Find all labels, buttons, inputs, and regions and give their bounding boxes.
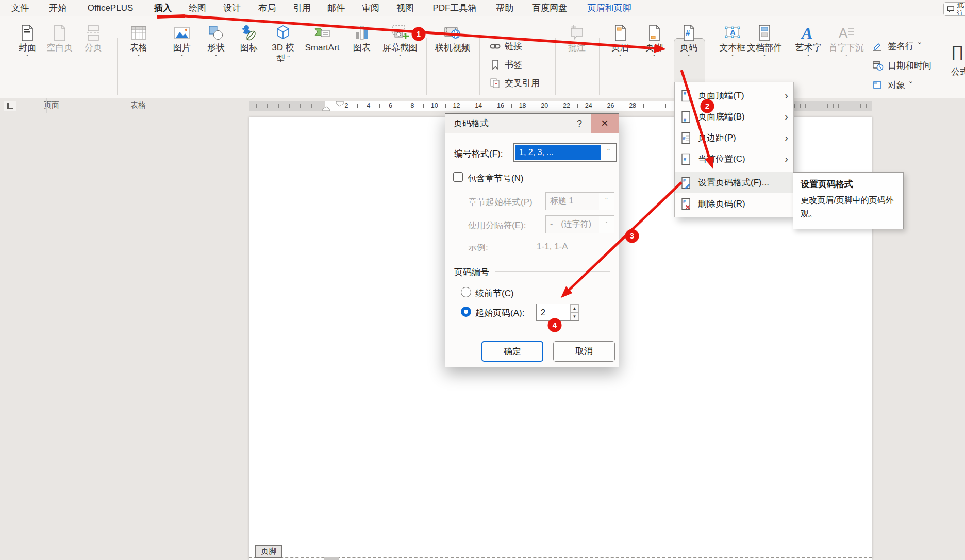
cover-page-icon bbox=[11, 21, 44, 42]
tab-mailings[interactable]: 邮件 bbox=[327, 0, 345, 16]
ruler-tick bbox=[289, 104, 290, 108]
tab-review[interactable]: 审阅 bbox=[362, 0, 379, 16]
link-button[interactable]: 链接 bbox=[490, 40, 522, 52]
page-number-format-dialog: 页码格式 ? × 编号格式(F): 1, 2, 3, ... ˇ 包含章节号(N… bbox=[445, 113, 619, 367]
signature-line-button[interactable]: 签名行 ˇ bbox=[872, 40, 921, 52]
table-button[interactable]: 表格 ˇ bbox=[122, 21, 155, 61]
shapes-icon bbox=[199, 21, 232, 42]
svg-text:#: # bbox=[684, 157, 686, 162]
menu-item-remove-page-numbers[interactable]: # 删除页码(R) bbox=[675, 193, 793, 214]
tab-officeplus[interactable]: OfficePLUS bbox=[88, 0, 134, 16]
continue-from-previous-label: 续前节(C) bbox=[475, 287, 514, 299]
number-format-combobox[interactable]: 1, 2, 3, ... ˇ bbox=[513, 143, 617, 162]
spinner-up-button[interactable]: ▲ bbox=[570, 304, 579, 313]
tab-baidu-netdisk[interactable]: 百度网盘 bbox=[532, 0, 567, 16]
ruler-tick bbox=[811, 104, 811, 108]
tab-view[interactable]: 视图 bbox=[396, 0, 414, 16]
table-icon bbox=[122, 21, 155, 42]
tab-header-footer[interactable]: 页眉和页脚 bbox=[588, 0, 631, 16]
menu-item-page-margins[interactable]: # 页边距(P) › bbox=[675, 127, 793, 148]
cover-page-button[interactable]: 封面 ˇ bbox=[11, 21, 44, 61]
button-label: 封面 bbox=[11, 42, 44, 53]
header-button[interactable]: 页眉 ˇ bbox=[604, 21, 637, 61]
tab-insert[interactable]: 插入 bbox=[154, 0, 172, 16]
screenshot-button[interactable]: 屏幕截图 ˇ bbox=[376, 21, 424, 61]
page-numbering-group-label: 页码编号 bbox=[454, 266, 489, 278]
menu-item-page-top[interactable]: # 页面顶端(T) › bbox=[675, 85, 793, 106]
chevron-down-icon[interactable]: ˇ bbox=[601, 144, 616, 161]
ruler-tick bbox=[643, 104, 644, 108]
start-at-spinner[interactable]: 2 ▲ ▼ bbox=[536, 304, 579, 321]
ruler-tick bbox=[850, 104, 850, 108]
tab-layout[interactable]: 布局 bbox=[258, 0, 276, 16]
tooltip-format-page-numbers: 设置页码格式 更改页眉/页脚中的页码外观。 bbox=[793, 172, 904, 229]
pictures-button[interactable]: 图片 ˇ bbox=[165, 21, 198, 61]
smartart-icon bbox=[300, 21, 344, 42]
button-label: SmartArt bbox=[300, 42, 344, 53]
object-button[interactable]: 对象 ˇ bbox=[872, 79, 912, 91]
tab-stop-selector[interactable] bbox=[4, 101, 16, 111]
close-button[interactable]: × bbox=[591, 114, 619, 133]
smartart-button[interactable]: SmartArt bbox=[300, 21, 344, 53]
shapes-button[interactable]: 形状 ˇ bbox=[199, 21, 232, 61]
ok-button[interactable]: 确定 bbox=[481, 341, 543, 362]
online-video-icon bbox=[429, 21, 476, 42]
ruler-tick bbox=[267, 104, 268, 108]
menu-item-page-bottom[interactable]: # 页面底端(B) › bbox=[675, 106, 793, 127]
menu-item-current-position[interactable]: # 当前位置(C) › bbox=[675, 148, 793, 169]
bookmark-button[interactable]: 书签 bbox=[490, 59, 522, 71]
chevron-down-icon: ˇ bbox=[790, 54, 826, 61]
continue-from-previous-radio[interactable] bbox=[461, 287, 471, 297]
help-button[interactable]: ? bbox=[568, 114, 591, 133]
online-video-button[interactable]: 联机视频 bbox=[429, 21, 476, 53]
page-number-button[interactable]: # 页码 ˇ bbox=[673, 21, 704, 61]
tab-pdf-tools[interactable]: PDF工具箱 bbox=[433, 0, 477, 16]
button-label: 日期和时间 bbox=[888, 60, 931, 72]
menu-separator bbox=[676, 171, 792, 171]
3d-models-button[interactable]: 3D 模型 ˇ bbox=[268, 21, 298, 64]
quick-parts-button[interactable]: 文档部件 ˇ bbox=[741, 21, 788, 61]
screenshot-icon bbox=[376, 21, 424, 42]
icons-button[interactable]: 图标 bbox=[239, 21, 259, 53]
date-time-button[interactable]: 日期和时间 bbox=[872, 60, 931, 72]
chevron-down-icon: ˇ bbox=[11, 54, 44, 61]
number-format-value: 1, 2, 3, ... bbox=[515, 145, 601, 160]
tab-design[interactable]: 设计 bbox=[223, 0, 241, 16]
hanging-indent-marker[interactable] bbox=[322, 106, 330, 111]
comments-button-label: 批注 bbox=[957, 2, 965, 16]
footer-button[interactable]: 页脚 ˇ bbox=[638, 21, 671, 61]
cross-reference-button[interactable]: 交叉引用 bbox=[490, 77, 540, 89]
wordart-button[interactable]: A 艺术字 ˇ bbox=[790, 21, 826, 61]
equation-button[interactable]: ∏ 公式 bbox=[951, 37, 965, 99]
button-label: 联机视频 bbox=[429, 42, 476, 53]
cancel-button[interactable]: 取消 bbox=[553, 341, 615, 362]
include-chapter-checkbox[interactable] bbox=[453, 172, 463, 182]
ruler-number: 22 bbox=[563, 102, 570, 109]
left-tab-icon bbox=[7, 103, 13, 109]
tab-draw[interactable]: 绘图 bbox=[189, 0, 206, 16]
tab-file[interactable]: 文件 bbox=[11, 0, 29, 16]
button-label: 3D 模型 ˇ bbox=[268, 42, 298, 64]
first-line-indent-marker[interactable] bbox=[336, 101, 344, 107]
tab-home[interactable]: 开始 bbox=[49, 0, 66, 16]
comment-icon bbox=[947, 6, 955, 13]
chevron-down-icon: ˇ bbox=[741, 54, 788, 61]
button-label: 图片 bbox=[165, 42, 198, 53]
menu-item-format-page-numbers[interactable]: # 设置页码格式(F)... bbox=[675, 172, 793, 193]
ruler-tick bbox=[838, 104, 839, 108]
spinner-down-button[interactable]: ▼ bbox=[570, 313, 579, 321]
tab-help[interactable]: 帮助 bbox=[496, 0, 513, 16]
dialog-title-bar: 页码格式 ? × bbox=[445, 114, 619, 133]
chart-button[interactable]: 图表 bbox=[347, 21, 376, 53]
tab-references[interactable]: 引用 bbox=[293, 0, 311, 16]
comments-button[interactable]: 批注 bbox=[943, 2, 965, 16]
ruler-tick bbox=[600, 104, 600, 108]
button-label: 空白页 bbox=[43, 42, 76, 53]
duck-leaf-icon bbox=[239, 21, 259, 42]
start-at-label: 起始页码(A): bbox=[475, 307, 524, 319]
ruler-tick bbox=[295, 104, 295, 108]
start-at-radio[interactable] bbox=[461, 307, 471, 317]
dialog-title: 页码格式 bbox=[454, 114, 489, 133]
footer-icon bbox=[638, 21, 671, 42]
bookmark-icon bbox=[490, 59, 501, 70]
